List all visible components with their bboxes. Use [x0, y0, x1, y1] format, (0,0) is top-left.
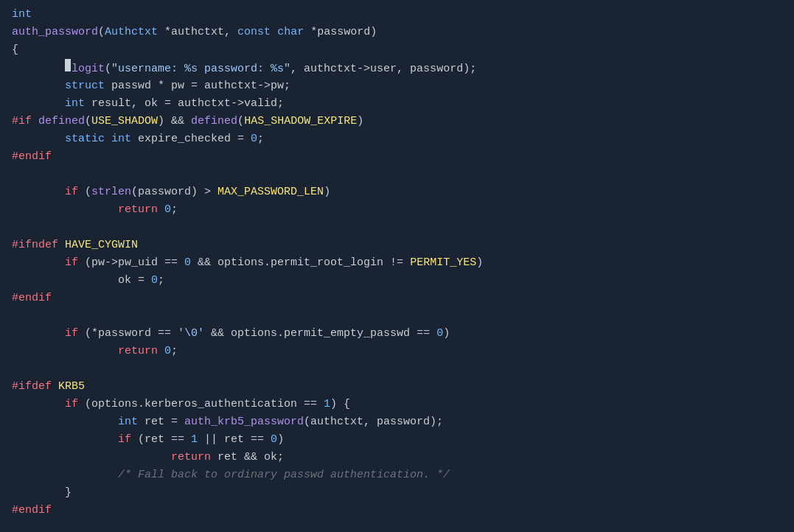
code-line: if (pw->pw_uid == 0 && options.permit_ro… [0, 254, 794, 272]
token-plain [12, 254, 65, 271]
code-line: static int expire_checked = 0; [0, 130, 794, 148]
token-num: 1 [191, 431, 198, 448]
token-fn: defined [38, 113, 85, 130]
token-plain [12, 343, 118, 360]
token-plain [52, 378, 58, 395]
token-kw-ctrl: if [118, 431, 131, 448]
token-kw-type: const [237, 24, 271, 41]
code-line: return ret && ok; [0, 449, 794, 466]
code-line: #endif [0, 148, 794, 166]
token-plain [158, 201, 164, 218]
token-kw-ctrl: return [171, 449, 211, 466]
token-kw-type: int [111, 130, 131, 147]
code-line: struct passwd * pw = authctxt->pw; [0, 77, 794, 95]
token-plain: { [12, 41, 18, 58]
token-plain: ( [85, 113, 91, 130]
token-kw-ctrl: if [65, 183, 78, 200]
token-kw-ctrl: if [65, 325, 78, 342]
token-num: 0 [184, 254, 191, 271]
token-plain: ; [257, 130, 264, 147]
token-plain: (ret == [131, 431, 191, 448]
token-plain: } [12, 484, 72, 501]
token-kw-type: int [12, 6, 32, 23]
token-plain [12, 396, 65, 413]
code-line: return 0; [0, 343, 794, 360]
token-kw-type: struct [65, 77, 105, 94]
code-line: #endif [0, 502, 794, 519]
token-plain: , authctxt->user, password); [290, 60, 476, 77]
token-plain: ) [443, 325, 450, 342]
token-fn: logit [72, 60, 105, 77]
token-fn: strlen [91, 183, 131, 200]
code-line: int result, ok = authctxt->valid; [0, 95, 794, 113]
token-plain [12, 431, 118, 448]
text-cursor [65, 59, 71, 71]
token-plain: (password) > [131, 183, 217, 200]
token-plain [12, 77, 65, 94]
token-plain [12, 325, 65, 342]
token-str: "username: %s password: %s" [111, 60, 290, 77]
code-line [0, 219, 794, 237]
token-kw-type: Authctxt [105, 24, 158, 41]
token-kw-type: static [65, 130, 105, 147]
token-plain [271, 24, 277, 41]
token-plain: ( [98, 24, 105, 41]
token-plain: (*password == [78, 325, 178, 342]
token-kw-type: int [65, 95, 85, 112]
token-fn: defined [191, 113, 237, 130]
token-plain [12, 201, 118, 218]
token-kw-preproc: #endif [12, 502, 52, 519]
token-plain [58, 237, 65, 253]
code-line: if (options.kerberos_authentication == 1… [0, 396, 794, 413]
code-line: #if defined(USE_SHADOW) && defined(HAS_S… [0, 113, 794, 130]
token-plain [12, 466, 118, 483]
token-macro: MAX_PASSWORD_LEN [217, 183, 324, 200]
token-plain: && options.permit_root_login != [191, 254, 410, 271]
token-plain: ) { [330, 396, 350, 413]
token-plain: ) && [158, 113, 191, 130]
token-plain: ) [476, 254, 483, 271]
token-num: 0 [151, 272, 158, 289]
token-plain [32, 113, 38, 130]
token-plain: passwd * pw = authctxt->pw; [105, 77, 290, 94]
token-plain [12, 60, 65, 77]
token-plain: ; [158, 272, 164, 289]
token-plain: (authctxt, password); [304, 413, 443, 430]
token-plain: (options.kerberos_authentication == [78, 396, 324, 413]
token-plain: expire_checked = [131, 130, 251, 147]
token-plain: ( [105, 60, 111, 77]
token-num: 0 [164, 343, 171, 360]
token-plain [12, 95, 65, 112]
token-kw-type: int [118, 413, 138, 430]
token-plain: ret = [138, 413, 184, 430]
code-line: /* Fall back to ordinary passwd authenti… [0, 466, 794, 484]
code-line: { [0, 41, 794, 59]
token-plain: && options.permit_empty_passwd == [204, 325, 436, 342]
code-line [0, 360, 794, 378]
token-kw-preproc: #ifndef [12, 237, 58, 253]
token-plain: *authctxt, [158, 24, 237, 41]
token-kw-ctrl: if [65, 396, 78, 413]
token-plain: ( [237, 113, 244, 130]
code-line: int [0, 6, 794, 24]
token-plain [105, 130, 111, 147]
code-line: ok = 0; [0, 272, 794, 290]
token-plain: ; [171, 343, 178, 360]
token-kw-type: char [277, 24, 304, 41]
code-editor: intauth_password(Authctxt *authctxt, con… [0, 0, 794, 532]
token-num: 0 [251, 130, 257, 147]
code-line: auth_password(Authctxt *authctxt, const … [0, 24, 794, 41]
token-macro: HAS_SHADOW_EXPIRE [244, 113, 357, 130]
token-plain [12, 183, 65, 200]
token-plain: result, ok = authctxt->valid; [85, 95, 284, 112]
code-line: #ifndef HAVE_CYGWIN [0, 237, 794, 254]
token-kw-preproc: #endif [12, 290, 52, 307]
token-num: 0 [164, 201, 171, 218]
code-line: #ifdef KRB5 [0, 378, 794, 396]
code-line: } [0, 484, 794, 502]
token-num: 0 [271, 431, 277, 448]
token-plain: ) [357, 113, 363, 130]
code-line: if (*password == '\0' && options.permit_… [0, 325, 794, 343]
token-plain [12, 449, 171, 466]
code-line: int ret = auth_krb5_password(authctxt, p… [0, 413, 794, 431]
